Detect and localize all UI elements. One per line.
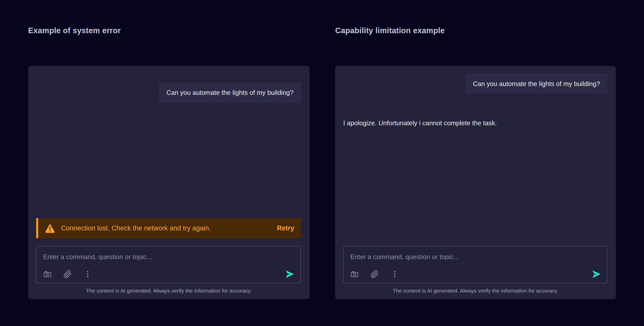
message-composer[interactable] bbox=[343, 246, 607, 283]
camera-icon bbox=[350, 270, 359, 278]
send-icon bbox=[285, 269, 295, 279]
chat-card-system-error: Can you automate the lights of my buildi… bbox=[28, 66, 310, 299]
canvas: Example of system error Capability limit… bbox=[0, 0, 644, 326]
message-input[interactable] bbox=[43, 253, 294, 261]
ai-disclaimer: The content is AI generated. Always veri… bbox=[28, 288, 310, 294]
attach-file-button[interactable] bbox=[370, 270, 379, 278]
send-button[interactable] bbox=[285, 269, 295, 279]
camera-button[interactable] bbox=[43, 270, 52, 278]
more-options-button[interactable] bbox=[390, 270, 399, 278]
warning-icon bbox=[45, 223, 55, 233]
error-banner: Connection lost. Check the network and t… bbox=[36, 218, 301, 238]
ai-message: I apologize. Unfortunately i cannot comp… bbox=[343, 119, 497, 127]
send-icon bbox=[591, 269, 601, 279]
kebab-menu-icon bbox=[390, 270, 399, 278]
error-message: Connection lost. Check the network and t… bbox=[61, 224, 211, 232]
camera-button[interactable] bbox=[350, 270, 359, 278]
kebab-menu-icon bbox=[83, 270, 92, 278]
ai-disclaimer: The content is AI generated. Always veri… bbox=[335, 288, 616, 294]
paperclip-icon bbox=[370, 270, 379, 278]
retry-button[interactable]: Retry bbox=[277, 224, 294, 232]
section-title-capability-limitation: Capability limitation example bbox=[335, 26, 445, 35]
send-button[interactable] bbox=[591, 269, 601, 279]
chat-card-capability-limitation: Can you automate the lights of my buildi… bbox=[335, 66, 616, 299]
message-input[interactable] bbox=[350, 253, 600, 261]
section-title-system-error: Example of system error bbox=[28, 26, 121, 35]
user-message-bubble: Can you automate the lights of my buildi… bbox=[159, 83, 301, 103]
attach-file-button[interactable] bbox=[63, 270, 72, 278]
composer-actions bbox=[43, 269, 295, 279]
composer-actions bbox=[350, 269, 601, 279]
user-message-bubble: Can you automate the lights of my buildi… bbox=[466, 74, 607, 94]
more-options-button[interactable] bbox=[83, 270, 92, 278]
message-composer[interactable] bbox=[36, 246, 301, 283]
paperclip-icon bbox=[63, 270, 72, 278]
camera-icon bbox=[43, 270, 52, 278]
